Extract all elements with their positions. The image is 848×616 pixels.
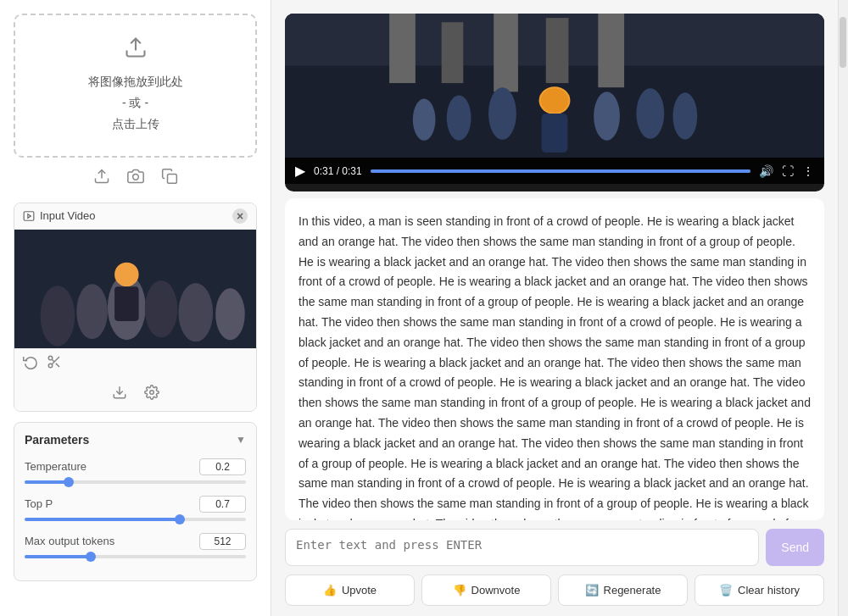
temperature-label: Temperature (25, 460, 86, 473)
svg-rect-3 (167, 174, 176, 183)
svg-rect-4 (24, 211, 34, 220)
left-panel: 将图像拖放到此处 - 或 - 点击上传 (0, 0, 271, 616)
max-tokens-thumb (86, 552, 96, 562)
temperature-thumb (64, 477, 74, 487)
temperature-value[interactable]: 0.2 (199, 458, 246, 475)
fullscreen-icon[interactable]: ⛶ (782, 164, 794, 178)
rotate-icon[interactable] (23, 354, 38, 373)
chat-input[interactable] (285, 529, 759, 566)
video-player: ▶ 0:31 / 0:31 🔊 ⛶ ⋮ (285, 14, 824, 191)
progress-bar[interactable] (371, 169, 750, 173)
temperature-param: Temperature 0.2 (25, 458, 246, 484)
video-tool-icons (23, 354, 62, 373)
progress-fill (371, 169, 750, 173)
top-p-label: Top P (25, 497, 53, 510)
clear-history-button[interactable]: 🗑️ Clear history (695, 574, 824, 606)
max-tokens-slider[interactable] (25, 555, 246, 558)
params-title: Parameters (25, 433, 89, 447)
max-tokens-param: Max output tokens 512 (25, 533, 246, 558)
upload-icon (29, 36, 242, 64)
max-tokens-fill (25, 555, 91, 558)
right-panel: ▶ 0:31 / 0:31 🔊 ⛶ ⋮ In this video, a man… (271, 0, 838, 616)
svg-marker-5 (28, 214, 31, 218)
chat-response-text: In this video, a man is seen standing in… (298, 212, 811, 520)
action-buttons-row: 👍 Upvote 👎 Downvote 🔄 Regenerate 🗑️ Clea… (271, 574, 838, 616)
regenerate-label: Regenerate (604, 584, 661, 597)
max-tokens-label-row: Max output tokens 512 (25, 533, 246, 550)
video-bottom-actions (14, 378, 256, 411)
downvote-button[interactable]: 👎 Downvote (421, 574, 551, 606)
upload-text: 将图像拖放到此处 - 或 - 点击上传 (29, 71, 242, 136)
send-button[interactable]: Send (766, 529, 824, 566)
svg-line-9 (56, 363, 59, 366)
download-icon[interactable] (112, 385, 127, 404)
svg-line-10 (52, 359, 54, 362)
video-icon (23, 210, 35, 222)
time-display: 0:31 / 0:31 (314, 165, 362, 177)
camera-icon[interactable] (127, 168, 144, 189)
settings-icon[interactable] (144, 385, 159, 404)
max-tokens-label: Max output tokens (25, 535, 114, 547)
video-player-container: ▶ 0:31 / 0:31 🔊 ⛶ ⋮ (271, 0, 838, 198)
close-button[interactable]: × (232, 208, 248, 224)
temperature-fill (25, 480, 69, 484)
top-p-label-row: Top P 0.7 (25, 496, 246, 513)
regenerate-icon: 🔄 (585, 584, 599, 597)
video-controls: ▶ 0:31 / 0:31 🔊 ⛶ ⋮ (285, 158, 824, 184)
thumbs-up-icon: 👍 (323, 584, 337, 597)
parameters-section: Parameters ▼ Temperature 0.2 Top P 0.7 (14, 422, 257, 581)
svg-point-12 (149, 390, 153, 394)
volume-icon[interactable]: 🔊 (759, 164, 773, 178)
temperature-slider[interactable] (25, 480, 246, 484)
regenerate-button[interactable]: 🔄 Regenerate (558, 574, 688, 606)
upload-actions (14, 168, 257, 189)
copy-icon[interactable] (161, 168, 178, 189)
more-options-icon[interactable]: ⋮ (802, 164, 814, 178)
upvote-button[interactable]: 👍 Upvote (285, 574, 415, 606)
max-tokens-value[interactable]: 512 (199, 533, 246, 550)
params-header: Parameters ▼ (25, 433, 246, 447)
upvote-label: Upvote (342, 584, 377, 597)
video-thumbnail (14, 230, 256, 348)
params-toggle[interactable]: ▼ (236, 434, 246, 446)
svg-point-7 (48, 363, 53, 368)
clear-history-label: Clear history (738, 584, 800, 597)
input-video-label: Input Video (40, 209, 96, 222)
thumbnail-controls-row (14, 348, 256, 378)
top-p-thumb (175, 514, 185, 524)
scissors-icon[interactable] (47, 354, 62, 373)
upload-file-icon[interactable] (93, 168, 110, 189)
input-video-header: Input Video × (14, 203, 256, 230)
svg-point-2 (132, 174, 138, 180)
input-row: Send (271, 520, 838, 574)
scrollbar-track (838, 0, 848, 616)
top-p-fill (25, 518, 180, 521)
upload-area[interactable]: 将图像拖放到此处 - 或 - 点击上传 (14, 14, 257, 158)
crowd-scene (14, 230, 256, 348)
downvote-label: Downvote (471, 584, 521, 597)
video-scene (285, 14, 824, 158)
input-video-section: Input Video × (14, 203, 257, 412)
svg-point-6 (48, 356, 53, 360)
play-button[interactable]: ▶ (295, 163, 305, 179)
top-p-value[interactable]: 0.7 (199, 496, 246, 513)
temperature-label-row: Temperature 0.2 (25, 458, 246, 475)
top-p-slider[interactable] (25, 518, 246, 521)
crowd-overlay (14, 230, 256, 348)
thumbs-down-icon: 👎 (453, 584, 466, 597)
chat-area: In this video, a man is seen standing in… (285, 198, 824, 520)
header-left: Input Video (23, 209, 96, 222)
trash-icon: 🗑️ (719, 584, 733, 597)
scrollbar-thumb[interactable] (840, 17, 846, 68)
top-p-param: Top P 0.7 (25, 496, 246, 521)
